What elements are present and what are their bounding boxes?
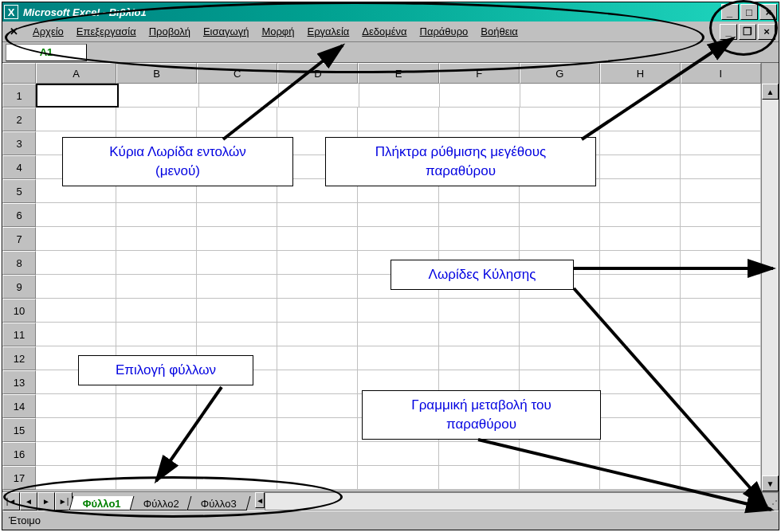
cell[interactable] — [36, 227, 116, 251]
menu-insert[interactable]: Εισαγωγή — [197, 24, 255, 39]
cell[interactable] — [520, 299, 600, 323]
name-box[interactable]: A1 — [6, 44, 87, 61]
cell[interactable] — [600, 323, 681, 346]
cell[interactable] — [600, 203, 681, 227]
cell[interactable] — [277, 203, 358, 227]
cell[interactable] — [681, 442, 761, 466]
cell[interactable] — [681, 299, 761, 323]
workbook-close-button[interactable]: × — [758, 24, 775, 40]
cell[interactable] — [119, 84, 199, 108]
cell[interactable] — [116, 323, 197, 346]
row-header[interactable]: 8 — [2, 251, 36, 275]
menu-view[interactable]: Προβολή — [143, 24, 197, 39]
cell[interactable] — [681, 346, 761, 370]
tab-sheet3[interactable]: Φύλλο3 — [187, 496, 251, 510]
cell[interactable] — [36, 466, 116, 490]
cell[interactable] — [440, 84, 520, 108]
cell[interactable] — [520, 442, 600, 466]
cell[interactable] — [600, 442, 681, 466]
cell[interactable] — [277, 323, 358, 346]
cell[interactable] — [600, 394, 681, 418]
cell[interactable] — [36, 275, 116, 299]
cell[interactable] — [36, 299, 116, 323]
menu-tools[interactable]: Εργαλεία — [301, 24, 356, 39]
cell[interactable] — [277, 370, 358, 394]
cell[interactable] — [681, 179, 761, 203]
menu-file[interactable]: Αρχείο — [26, 24, 70, 39]
tab-sheet2[interactable]: Φύλλο2 — [129, 496, 193, 510]
menu-window[interactable]: Παράθυρο — [414, 24, 475, 39]
col-header-C[interactable]: C — [197, 63, 277, 84]
cell[interactable] — [197, 203, 277, 227]
row-header[interactable]: 13 — [2, 370, 36, 394]
cell[interactable] — [358, 227, 438, 251]
cell[interactable] — [36, 251, 116, 275]
cell[interactable] — [358, 299, 438, 323]
cell[interactable] — [600, 370, 681, 394]
cell[interactable] — [116, 394, 197, 418]
cell[interactable] — [600, 299, 681, 323]
cell[interactable] — [197, 227, 277, 251]
col-header-D[interactable]: D — [277, 63, 358, 84]
cell[interactable] — [358, 323, 438, 346]
cell[interactable] — [358, 203, 438, 227]
cell[interactable] — [439, 346, 520, 370]
cell[interactable] — [197, 299, 277, 323]
row-header[interactable]: 5 — [2, 179, 36, 203]
cell[interactable] — [277, 394, 358, 418]
cell[interactable] — [681, 251, 761, 275]
menu-format[interactable]: Μορφή — [255, 24, 300, 39]
cell[interactable] — [600, 131, 681, 155]
scroll-right-button[interactable]: ► — [752, 492, 761, 508]
cell[interactable] — [277, 227, 358, 251]
cell[interactable] — [439, 108, 520, 131]
row-header[interactable]: 1 — [2, 84, 36, 108]
cell[interactable] — [116, 466, 197, 490]
cell[interactable] — [600, 275, 681, 299]
cell[interactable] — [197, 323, 277, 346]
cell[interactable] — [681, 84, 761, 108]
vertical-scrollbar[interactable]: ▲ ▼ — [761, 84, 779, 491]
cell[interactable] — [197, 108, 277, 131]
scroll-track-v[interactable] — [762, 100, 779, 475]
cell[interactable] — [197, 466, 277, 490]
cell[interactable] — [277, 108, 358, 131]
row-header[interactable]: 15 — [2, 418, 36, 442]
cell[interactable] — [600, 155, 681, 179]
cell[interactable] — [600, 84, 681, 108]
cell[interactable] — [520, 323, 600, 346]
cell[interactable] — [681, 394, 761, 418]
resize-grip[interactable]: ⋰ — [761, 492, 779, 510]
row-header[interactable]: 2 — [2, 108, 36, 131]
horizontal-scrollbar[interactable]: ◄ ► — [255, 492, 761, 510]
cell[interactable] — [358, 346, 438, 370]
cell[interactable] — [277, 251, 358, 275]
cell[interactable] — [36, 418, 116, 442]
row-header[interactable]: 14 — [2, 394, 36, 418]
menu-edit[interactable]: Επεξεργασία — [70, 24, 143, 39]
row-header[interactable]: 12 — [2, 346, 36, 370]
cell[interactable] — [36, 394, 116, 418]
scroll-up-button[interactable]: ▲ — [762, 84, 779, 100]
cell[interactable] — [116, 275, 197, 299]
cell[interactable] — [36, 84, 119, 108]
cell[interactable] — [277, 275, 358, 299]
cell[interactable] — [681, 155, 761, 179]
cell[interactable] — [277, 346, 358, 370]
cell[interactable] — [116, 442, 197, 466]
sheet-prev-button[interactable]: ◄ — [20, 492, 37, 510]
row-header[interactable]: 11 — [2, 323, 36, 346]
cell[interactable] — [277, 442, 358, 466]
cell[interactable] — [439, 466, 520, 490]
col-header-A[interactable]: A — [36, 63, 116, 84]
sheet-next-button[interactable]: ► — [37, 492, 55, 510]
row-header[interactable]: 3 — [2, 131, 36, 155]
row-header[interactable]: 4 — [2, 155, 36, 179]
cell[interactable] — [681, 275, 761, 299]
cell[interactable] — [277, 418, 358, 442]
row-header[interactable]: 7 — [2, 227, 36, 251]
menu-data[interactable]: Δεδομένα — [355, 24, 413, 39]
cell[interactable] — [36, 442, 116, 466]
cell[interactable] — [116, 227, 197, 251]
cell[interactable] — [600, 251, 681, 275]
